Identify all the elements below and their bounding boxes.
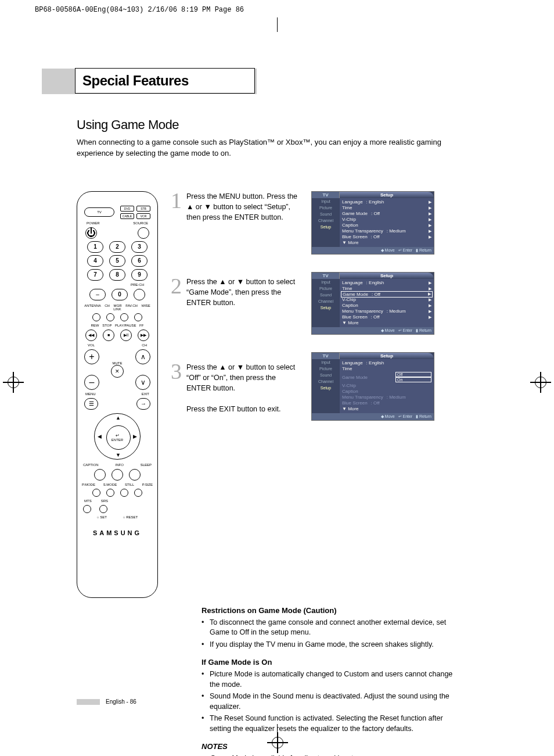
list-item: The Reset Sound function is activated. S… bbox=[202, 714, 460, 734]
step-text: Press the MENU button. Press the ▲ or ▼ … bbox=[186, 191, 298, 256]
list-item: If you display the TV menu in Game mode,… bbox=[202, 640, 460, 650]
remote-wiselink-button bbox=[134, 313, 142, 321]
intro-paragraph: When connecting to a game console such a… bbox=[77, 137, 460, 159]
remote-transport-labels: REW STOP PLAY/PAUSE FF bbox=[82, 324, 153, 327]
remote-still-button bbox=[120, 489, 128, 497]
remote-sleep-label: SLEEP bbox=[141, 463, 152, 467]
remote-stop-button: ■ bbox=[103, 329, 114, 341]
footer-swatch bbox=[77, 699, 100, 705]
if-on-list: Picture Mode is automatically changed to… bbox=[202, 669, 460, 734]
registration-mark-right bbox=[530, 372, 551, 393]
remote-play-button: ▶II bbox=[120, 329, 132, 341]
remote-dash-button: – bbox=[89, 289, 106, 300]
remote-still-label: STILL bbox=[125, 483, 134, 486]
remote-psize-button bbox=[134, 489, 142, 497]
remote-key-9: 9 bbox=[131, 269, 148, 281]
remote-key-1: 1 bbox=[87, 241, 103, 253]
remote-power-button: ⏻ bbox=[85, 227, 97, 239]
remote-srs-label: SRS bbox=[101, 499, 108, 503]
remote-key-7: 7 bbox=[87, 269, 103, 281]
remote-reset-label: RESET bbox=[126, 515, 138, 519]
osd-screenshot-1: TVSetup InputPictureSoundChannelSetup La… bbox=[311, 191, 434, 255]
remote-key-4: 4 bbox=[87, 255, 103, 267]
step-text: Press the ▲ or ▼ button to select “Off” … bbox=[186, 362, 298, 427]
chapter-title-bar: Special Features bbox=[77, 69, 460, 94]
remote-enter-label: ENTER bbox=[111, 438, 123, 442]
remote-mute-button: ✕ bbox=[111, 365, 124, 378]
remote-mts-label: MTS bbox=[84, 499, 92, 503]
remote-illustration: TV DVDSTB CABLEVCR POWERSOURCE ⏻ 123 456… bbox=[77, 191, 158, 598]
remote-source-button bbox=[138, 227, 149, 239]
remote-stb-tag: STB bbox=[136, 206, 150, 212]
remote-info-label: INFO bbox=[115, 463, 123, 467]
step-3: 3 Press the ▲ or ▼ button to select “Off… bbox=[171, 362, 298, 427]
crop-tick-top bbox=[277, 17, 278, 32]
footer-page-number: English - 86 bbox=[106, 698, 136, 705]
list-item: Sound Mode in the Sound menu is deactiva… bbox=[202, 691, 460, 712]
remote-menu-label: MENU bbox=[85, 392, 96, 396]
remote-antenna-button bbox=[92, 313, 100, 321]
step-1: 1 Press the MENU button. Press the ▲ or … bbox=[171, 191, 298, 256]
remote-mute-label: MUTE bbox=[113, 361, 123, 365]
remote-srs-button bbox=[99, 505, 107, 513]
step-2: 2 Press the ▲ or ▼ button to select “Gam… bbox=[171, 277, 298, 342]
registration-mark-left bbox=[3, 372, 24, 393]
subsection-heading-notes: NOTES bbox=[202, 742, 460, 751]
remote-menu-button: ☰ bbox=[84, 398, 98, 410]
remote-psize-label: P.SIZE bbox=[142, 483, 153, 486]
step-number: 2 bbox=[171, 273, 182, 342]
remote-key-6: 6 bbox=[131, 255, 148, 267]
remote-ff-button: ▶▶ bbox=[138, 329, 149, 341]
page-footer: English - 86 bbox=[77, 698, 136, 705]
remote-key-5: 5 bbox=[109, 255, 125, 267]
remote-ch-label: CH bbox=[142, 343, 147, 347]
remote-key-8: 8 bbox=[109, 269, 125, 281]
remote-pmode-button bbox=[92, 489, 100, 497]
remote-exit-label: EXIT bbox=[142, 392, 149, 396]
print-crop-header: BP68-00586A-00Eng(084~103) 2/16/06 8:19 … bbox=[35, 6, 244, 14]
remote-cable-tag: CABLE bbox=[120, 213, 134, 219]
remote-smode-label: S.MODE bbox=[103, 483, 117, 486]
subsection-heading-restrictions: Restrictions on Game Mode (Caution) bbox=[202, 606, 460, 615]
remote-exit-button: → bbox=[136, 398, 150, 410]
remote-set-label: SET bbox=[100, 515, 107, 519]
osd-screenshot-3: TVSetup InputPictureSoundChannelSetup La… bbox=[311, 352, 434, 421]
remote-dvd-tag: DVD bbox=[120, 206, 134, 212]
remote-smode-button bbox=[106, 489, 114, 497]
remote-ch-up: ∧ bbox=[135, 349, 150, 364]
step-text: Press the ▲ or ▼ button to select “Game … bbox=[186, 277, 298, 342]
remote-caption-label: CAPTION bbox=[83, 463, 99, 467]
remote-key-2: 2 bbox=[109, 241, 125, 253]
remote-power-label: POWER bbox=[87, 221, 100, 225]
remote-brand-logo: SAMSUNG bbox=[82, 529, 153, 536]
subsection-heading-if-on: If Game Mode is On bbox=[202, 658, 460, 667]
remote-util-labels: ANTENNA CH MGR FAV.CH WISE LINK bbox=[82, 304, 153, 311]
remote-chmgr-button bbox=[106, 313, 114, 321]
remote-vol-label: VOL bbox=[88, 343, 95, 347]
remote-vol-up: + bbox=[84, 349, 99, 364]
step-number: 1 bbox=[171, 188, 182, 256]
section-heading: Using Game Mode bbox=[77, 117, 460, 132]
remote-info-button bbox=[111, 469, 123, 481]
remote-ch-down: ∨ bbox=[135, 375, 150, 390]
remote-prech-button bbox=[134, 289, 145, 300]
remote-nav-ring: ▲▼◀▶ ↵ENTER bbox=[94, 413, 141, 460]
list-item: Picture Mode is automatically changed to… bbox=[202, 669, 460, 690]
remote-source-label: SOURCE bbox=[133, 221, 148, 225]
list-item: Game Mode is available for all external … bbox=[202, 754, 460, 756]
remote-vcr-tag: VCR bbox=[136, 213, 150, 219]
remote-sleep-button bbox=[129, 469, 141, 481]
remote-pmode-label: P.MODE bbox=[82, 483, 95, 486]
osd-screenshot-2: TVSetup InputPictureSoundChannelSetup La… bbox=[311, 272, 434, 335]
chapter-title: Special Features bbox=[82, 73, 189, 89]
remote-favch-button bbox=[120, 313, 128, 321]
remote-caption-button bbox=[94, 469, 106, 481]
remote-tv-button: TV bbox=[84, 207, 114, 217]
remote-key-0: 0 bbox=[111, 289, 128, 300]
restrictions-list: To disconnect the game console and conne… bbox=[202, 618, 460, 650]
list-item: To disconnect the game console and conne… bbox=[202, 618, 460, 638]
remote-vol-down: – bbox=[84, 375, 99, 390]
remote-prech-label: PRE-CH bbox=[82, 283, 153, 286]
remote-mts-button bbox=[83, 505, 91, 513]
step-number: 3 bbox=[171, 359, 182, 427]
